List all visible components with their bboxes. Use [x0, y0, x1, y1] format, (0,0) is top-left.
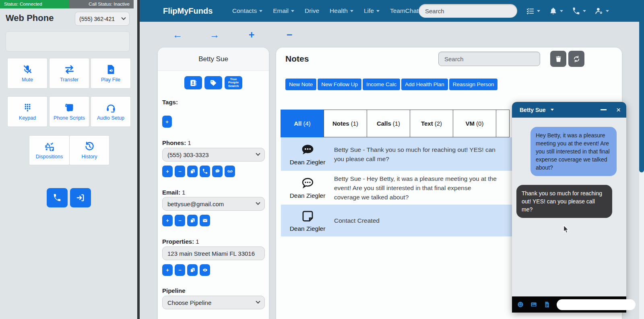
reassign-person-button[interactable]: Reassign Person — [449, 79, 498, 90]
pipeline-select[interactable]: Choose Pipeline — [162, 296, 265, 309]
add-tag-button[interactable]: + — [162, 116, 172, 128]
new-note-button[interactable]: New Note — [285, 79, 316, 90]
phones-label: Phones:1 — [162, 139, 191, 146]
chat-outline-icon — [300, 176, 315, 191]
phone-number-select[interactable]: (555) 362-421 — [75, 12, 130, 26]
call-button[interactable] — [47, 188, 68, 207]
contact-card: Betty Sue True People Search Tags: + Pho… — [158, 48, 269, 319]
caret-down-icon — [291, 10, 294, 12]
envelope-icon — [202, 218, 208, 224]
property-input[interactable] — [162, 246, 265, 260]
attach-image-button[interactable] — [530, 301, 537, 308]
nav-item-drive[interactable]: Drive — [305, 7, 319, 14]
view-property-button[interactable] — [200, 264, 210, 276]
phone-select[interactable]: (555) 303-3323 — [162, 148, 265, 162]
copy-property-button[interactable] — [187, 264, 198, 276]
copy-email-button[interactable] — [187, 215, 198, 226]
tab-partial[interactable] — [496, 110, 510, 137]
caret-down-icon — [259, 10, 262, 12]
add-property-button[interactable]: + — [162, 264, 173, 276]
new-follow-up-button[interactable]: New Follow Up — [318, 79, 361, 90]
attach-file-button[interactable] — [543, 301, 551, 308]
copy-phone-button[interactable] — [187, 166, 198, 177]
notes-title: Notes — [285, 54, 309, 64]
scrollbar-thumb[interactable] — [639, 0, 644, 172]
caret-down-icon — [350, 10, 353, 12]
sms-icon — [215, 168, 221, 174]
emoji-button[interactable] — [517, 301, 524, 308]
phone-icon — [202, 168, 208, 174]
call-phone-button[interactable] — [200, 166, 210, 177]
email-label: Email:1 — [162, 189, 185, 196]
remove-phone-button[interactable]: − — [175, 166, 185, 177]
prev-contact-button[interactable]: ← — [172, 29, 183, 40]
voicemail-button[interactable] — [225, 166, 235, 177]
keypad-button[interactable]: Keypad — [8, 97, 47, 126]
refresh-notes-button[interactable] — [568, 51, 584, 67]
email-select[interactable]: bettysue@gmail.com — [162, 197, 265, 211]
connection-status-badge: Status: Connected — [0, 0, 69, 8]
global-search-input[interactable] — [419, 4, 517, 18]
transfer-button[interactable]: Transfer — [50, 58, 89, 88]
tab-all[interactable]: All(4) — [281, 110, 324, 137]
mute-button[interactable]: Mute — [8, 58, 47, 88]
audio-setup-button[interactable]: Audio Setup — [91, 97, 130, 126]
add-health-plan-button[interactable]: Add Health Plan — [401, 79, 448, 90]
next-contact-button[interactable]: → — [209, 29, 220, 40]
eye-icon — [202, 267, 208, 273]
chat-header: Betty Sue × — [512, 102, 626, 118]
tab-calls[interactable]: Calls(1) — [367, 110, 410, 137]
nav-item-teamchat[interactable]: TeamChat — [390, 7, 419, 14]
chat-message-input[interactable] — [557, 299, 636, 310]
call-status-badge: Call Status: Inactive — [69, 0, 134, 8]
tags-label: Tags: — [162, 99, 178, 106]
true-people-search-button[interactable]: True People Search — [225, 76, 242, 89]
caret-down-icon — [583, 10, 586, 12]
remove-property-button[interactable]: − — [175, 264, 185, 276]
contact-book-button[interactable] — [184, 76, 202, 89]
add-email-button[interactable]: + — [162, 215, 173, 226]
list-check-icon — [526, 7, 535, 15]
add-phone-button[interactable]: + — [162, 166, 173, 177]
chat-message-incoming: Thank you so much for reaching out! YES!… — [516, 185, 612, 218]
history-button[interactable]: History — [70, 136, 109, 165]
tags-button[interactable] — [204, 76, 222, 89]
remove-contact-button[interactable]: − — [284, 29, 295, 40]
webphone-title: Web Phone — [6, 13, 54, 23]
brand-logo[interactable]: FlipMyFunds — [163, 0, 213, 22]
voicemail-icon — [227, 168, 233, 174]
chat-options-caret-icon[interactable] — [551, 109, 554, 111]
tab-text[interactable]: Text(2) — [410, 110, 453, 137]
tab-notes[interactable]: Notes(1) — [324, 110, 367, 137]
history-icon — [84, 141, 95, 152]
note-icon — [300, 209, 315, 224]
send-email-button[interactable] — [200, 215, 210, 226]
close-chat-button[interactable]: × — [616, 106, 621, 114]
income-calc-button[interactable]: Income Calc — [363, 79, 400, 90]
play-file-button[interactable]: Play File — [91, 58, 130, 88]
tasks-menu-button[interactable] — [526, 7, 540, 15]
notifications-button[interactable] — [549, 7, 563, 15]
sign-in-button[interactable] — [70, 188, 91, 207]
tab-vm[interactable]: VM(0) — [453, 110, 496, 137]
notes-search-input[interactable] — [438, 52, 540, 66]
pipeline-label: Pipeline — [162, 287, 186, 294]
nav-item-life[interactable]: Life — [364, 7, 380, 14]
nav-item-email[interactable]: Email — [273, 7, 294, 14]
page-scrollbar — [639, 0, 644, 319]
phone-menu-button[interactable] — [572, 7, 586, 15]
top-navbar: FlipMyFunds Contacts Email Drive Health … — [140, 0, 644, 22]
delete-notes-button[interactable] — [550, 51, 566, 67]
phone-scripts-button[interactable]: Phone Scripts — [50, 97, 89, 126]
nav-item-health[interactable]: Health — [330, 7, 353, 14]
headset-icon — [105, 102, 116, 113]
user-settings-button[interactable] — [595, 7, 609, 15]
nav-item-contacts[interactable]: Contacts — [232, 7, 262, 14]
add-contact-button[interactable]: + — [246, 29, 257, 40]
app-screen: Status: Connected Call Status: Inactive … — [0, 0, 644, 319]
minimize-chat-button[interactable] — [601, 109, 607, 110]
dispositions-button[interactable]: Dispositions — [29, 136, 69, 165]
remove-email-button[interactable]: − — [175, 215, 185, 226]
sms-button[interactable] — [212, 166, 223, 177]
phone-icon — [53, 193, 62, 202]
